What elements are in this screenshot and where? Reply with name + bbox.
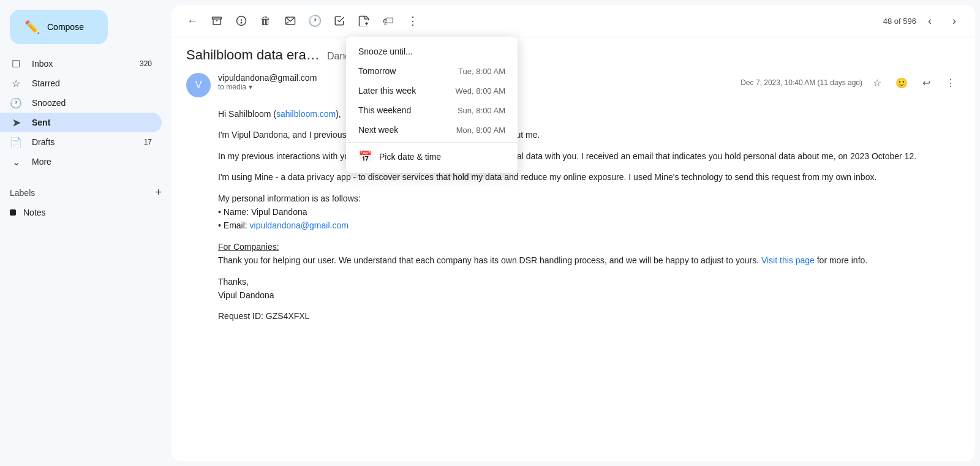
body-request-id: Request ID: GZS4XFXL (218, 309, 960, 323)
body-signature: Thanks,Vipul Dandona (218, 275, 960, 303)
delete-button[interactable]: 🗑 (255, 10, 277, 32)
svg-point-3 (241, 22, 242, 23)
for-companies-heading: For Companies: (218, 242, 279, 252)
add-label-button[interactable]: + (155, 186, 162, 199)
label-button[interactable]: 🏷 (377, 10, 399, 32)
snoozed-label: Snoozed (32, 98, 152, 108)
compose-icon: ✏️ (24, 20, 40, 34)
move-to-button[interactable] (353, 10, 375, 32)
toolbar-right: 48 of 596 ‹ › (883, 10, 965, 32)
body-context: In my previous interactions with your or… (218, 149, 960, 163)
compose-button[interactable]: ✏️ Compose (10, 10, 108, 44)
sidebar: ✏️ Compose ☐ Inbox 320 ☆ Starred 🕐 Snooz… (0, 0, 172, 466)
sidebar-item-inbox[interactable]: ☐ Inbox 320 (0, 54, 162, 73)
report-spam-button[interactable] (230, 10, 252, 32)
email-more-button[interactable]: ⋮ (941, 73, 960, 92)
to-label: to media (218, 83, 246, 91)
add-to-tasks-button[interactable] (328, 10, 350, 32)
next-email-button[interactable]: › (943, 10, 965, 32)
sidebar-item-more[interactable]: ⌄ More (0, 152, 162, 171)
snooze-later-this-week[interactable]: Later this week Wed, 8:00 AM (346, 81, 518, 100)
snooze-divider (346, 142, 518, 143)
mark-unread-button[interactable] (279, 10, 301, 32)
label-notes-text: Notes (23, 208, 46, 217)
more-label: More (32, 157, 152, 167)
sidebar-item-drafts[interactable]: 📄 Drafts 17 (0, 132, 162, 152)
email-link[interactable]: vipuldandona@gmail.com (250, 220, 349, 230)
snooze-weekend-time: Sun, 8:00 AM (458, 106, 505, 115)
sent-label: Sent (32, 118, 152, 127)
labels-section: Labels + Notes (0, 181, 172, 221)
more-chevron-icon: ⌄ (10, 156, 22, 168)
email-meta: V vipuldandona@gmail.com to media ▾ Dec … (172, 68, 975, 102)
visit-page-link[interactable]: Visit this page (761, 255, 817, 265)
inbox-count: 320 (140, 59, 152, 68)
archive-button[interactable] (206, 10, 228, 32)
email-actions: Dec 7, 2023, 10:40 AM (11 days ago) ☆ 🙂 … (741, 73, 960, 92)
inbox-icon: ☐ (10, 58, 22, 70)
prev-email-button[interactable]: ‹ (919, 10, 941, 32)
body-intro: I'm Vipul Dandona, and I previously… era… (218, 128, 960, 141)
main-content: ← 🗑 🕐 🏷 ⋮ 48 of 596 ‹ › (172, 5, 975, 461)
calendar-icon: 📅 (358, 150, 372, 163)
sent-icon: ➤ (10, 117, 22, 129)
email-body: Hi Sahilbloom (sahilbloom.com), I'm Vipu… (172, 102, 975, 461)
snooze-tomorrow[interactable]: Tomorrow Tue, 8:00 AM (346, 61, 518, 81)
snooze-pick-label: Pick date & time (379, 152, 441, 162)
body-greeting: Hi Sahilbloom (sahilbloom.com), (218, 107, 960, 121)
snooze-later-label: Later this week (358, 86, 416, 96)
reply-button[interactable]: ↩ (916, 73, 936, 92)
svg-rect-0 (213, 17, 222, 19)
sidebar-item-starred[interactable]: ☆ Starred (0, 73, 162, 93)
email-header: Sahilbloom data era… Dandona - request: … (172, 37, 975, 68)
emoji-react-button[interactable]: 🙂 (892, 73, 911, 92)
snooze-dropdown: Snooze until... Tomorrow Tue, 8:00 AM La… (346, 37, 518, 173)
snooze-pick-datetime[interactable]: 📅 Pick date & time (346, 145, 518, 168)
email-date: Dec 7, 2023, 10:40 AM (11 days ago) (741, 78, 862, 87)
dropdown-icon[interactable]: ▾ (249, 83, 252, 91)
starred-icon: ☆ (10, 78, 22, 89)
snooze-nextweek-label: Next week (358, 125, 398, 135)
star-button[interactable]: ☆ (867, 73, 887, 92)
snooze-nextweek-time: Mon, 8:00 AM (456, 126, 505, 135)
body-personal-info: My personal information is as follows: •… (218, 192, 960, 233)
email-toolbar: ← 🗑 🕐 🏷 ⋮ 48 of 596 ‹ › (172, 5, 975, 37)
snooze-next-week[interactable]: Next week Mon, 8:00 AM (346, 120, 518, 140)
sidebar-item-sent[interactable]: ➤ Sent (0, 113, 162, 132)
sahilbloom-link[interactable]: sahilbloom.com (276, 109, 336, 119)
more-options-button[interactable]: ⋮ (402, 10, 424, 32)
drafts-label: Drafts (32, 137, 134, 147)
snooze-title: Snooze until... (346, 42, 518, 61)
drafts-icon: 📄 (10, 137, 22, 148)
starred-label: Starred (32, 78, 152, 88)
inbox-label: Inbox (32, 59, 130, 69)
snoozed-icon: 🕐 (10, 97, 22, 109)
snooze-button[interactable]: 🕐 (304, 10, 326, 32)
snooze-tomorrow-label: Tomorrow (358, 66, 396, 76)
sender-avatar: V (186, 73, 211, 97)
body-companies: For Companies: Thank you for helping our… (218, 240, 960, 268)
compose-label: Compose (47, 22, 84, 32)
snooze-weekend-label: This weekend (358, 105, 411, 115)
email-subject: Sahilbloom data era… Dandona - request: … (186, 47, 960, 63)
drafts-count: 17 (144, 138, 152, 146)
label-notes[interactable]: Notes (10, 204, 162, 221)
sidebar-item-snoozed[interactable]: 🕐 Snoozed (0, 93, 162, 113)
snooze-tomorrow-time: Tue, 8:00 AM (458, 67, 505, 76)
labels-header: Labels + (10, 181, 162, 204)
snooze-later-time: Wed, 8:00 AM (456, 86, 505, 96)
labels-title: Labels (10, 188, 35, 198)
body-mine: I'm using Mine - a data privacy app - to… (218, 170, 960, 184)
back-button[interactable]: ← (181, 10, 203, 32)
snooze-this-weekend[interactable]: This weekend Sun, 8:00 AM (346, 100, 518, 120)
email-nav-count: 48 of 596 (883, 17, 916, 26)
sender-name: vipuldandona@gmail.com (218, 73, 317, 83)
label-dot-notes (10, 209, 16, 216)
